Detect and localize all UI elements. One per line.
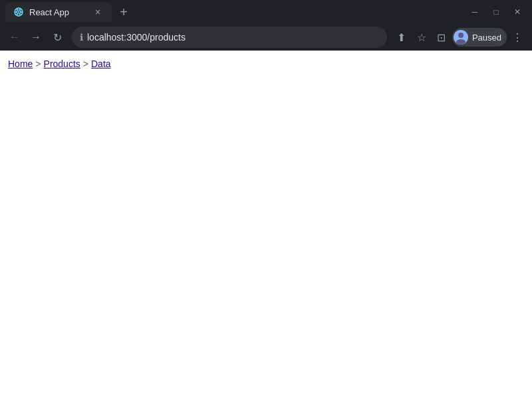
profile-label: Paused xyxy=(472,33,501,43)
breadcrumb-data[interactable]: Data xyxy=(91,59,111,69)
back-button[interactable]: ← xyxy=(5,28,24,47)
tab-bar: React App × + xyxy=(5,2,463,22)
svg-point-5 xyxy=(458,33,464,38)
secure-icon: ℹ xyxy=(80,32,83,43)
active-tab[interactable]: React App × xyxy=(5,2,112,22)
close-button[interactable]: ✕ xyxy=(508,3,527,21)
breadcrumb-home[interactable]: Home xyxy=(8,59,33,69)
tab-title: React App xyxy=(29,7,86,17)
bookmark-button[interactable]: ☆ xyxy=(412,28,431,47)
tab-close-button[interactable]: × xyxy=(92,6,104,18)
new-tab-button[interactable]: + xyxy=(114,3,133,21)
profile-button[interactable]: Paused xyxy=(452,28,507,47)
title-bar: React App × + ─ □ ✕ xyxy=(0,0,532,24)
address-bar-container[interactable]: ℹ xyxy=(72,27,387,48)
share-button[interactable]: ⬆ xyxy=(392,28,411,47)
breadcrumb: Home > Products > Data xyxy=(8,56,524,72)
window-controls: ─ □ ✕ xyxy=(466,3,527,21)
address-bar[interactable] xyxy=(87,32,379,43)
toolbar-actions: ⬆ ☆ ⊡ Paused ⋮ xyxy=(392,28,527,47)
svg-point-4 xyxy=(18,11,19,13)
avatar xyxy=(454,30,468,45)
toolbar: ← → ↻ ℹ ⬆ ☆ ⊡ Paused ⋮ xyxy=(0,24,532,51)
tab-favicon xyxy=(13,7,24,17)
menu-button[interactable]: ⋮ xyxy=(508,28,527,47)
page-content: Home > Products > Data xyxy=(0,51,532,399)
breadcrumb-separator-1: > xyxy=(35,59,41,69)
maximize-button[interactable]: □ xyxy=(487,3,505,21)
breadcrumb-products[interactable]: Products xyxy=(44,59,80,69)
reload-button[interactable]: ↻ xyxy=(48,28,66,47)
split-button[interactable]: ⊡ xyxy=(432,28,451,47)
browser-chrome: React App × + ─ □ ✕ ← → ↻ ℹ ⬆ ☆ ⊡ xyxy=(0,0,532,51)
minimize-button[interactable]: ─ xyxy=(466,3,484,21)
forward-button[interactable]: → xyxy=(27,28,45,47)
breadcrumb-separator-2: > xyxy=(83,59,88,69)
svg-point-6 xyxy=(456,39,466,45)
